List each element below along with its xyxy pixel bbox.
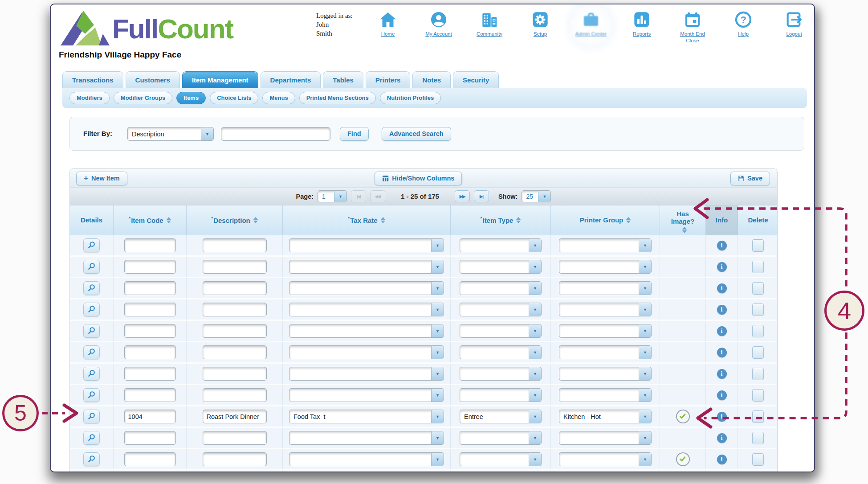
item-code-input[interactable] [124,260,176,274]
info-icon[interactable]: i [717,241,727,250]
info-icon[interactable]: i [717,390,727,400]
info-icon[interactable]: i [717,305,727,315]
info-icon[interactable]: i [717,262,727,272]
type-select[interactable]: ▼ [460,238,542,252]
pg-select[interactable]: ▼ [559,238,652,252]
tab-printers[interactable]: Printers [366,71,411,88]
description-input[interactable] [203,238,267,252]
info-icon[interactable]: i [717,412,727,422]
tax-select[interactable]: ▼ [289,260,444,274]
type-select[interactable]: ▼ [460,345,542,359]
column-header-item-code[interactable]: *Item Code [114,205,187,235]
nav-home[interactable]: Home [363,10,413,44]
row-details-button[interactable] [83,324,100,338]
pg-select[interactable]: ▼ [559,324,652,338]
item-code-input[interactable] [124,431,176,445]
type-select[interactable]: ▼ [460,260,542,274]
tax-select[interactable]: ▼ [289,238,444,252]
description-input[interactable] [203,260,267,274]
description-input[interactable] [203,410,267,423]
nav-community[interactable]: Community [464,10,515,44]
subtab-nutrition-profiles[interactable]: Nutrition Profiles [380,92,441,104]
page-select[interactable]: 1 ▼ [318,190,347,202]
row-details-button[interactable] [83,238,100,252]
row-details-button[interactable] [83,431,100,445]
hide-show-columns-button[interactable]: Hide/Show Columns [375,172,462,185]
column-header-tax-rate[interactable]: *Tax Rate [283,205,451,235]
item-code-input[interactable] [124,410,176,423]
info-icon[interactable]: i [717,433,727,443]
type-select[interactable]: ▼ [460,324,542,338]
description-input[interactable] [203,367,267,381]
nav-my-account[interactable]: My Account [413,10,464,44]
tax-select[interactable]: ▼ [289,431,444,445]
pg-select[interactable]: ▼ [559,367,652,381]
tab-security[interactable]: Security [453,71,499,88]
column-header-item-type[interactable]: *Item Type [451,205,551,235]
prev-page-button[interactable]: ◀◀ [370,190,385,202]
row-details-button[interactable] [83,345,100,359]
description-input[interactable] [203,452,267,466]
tab-notes[interactable]: Notes [412,71,451,88]
row-details-button[interactable] [83,367,100,381]
item-code-input[interactable] [124,345,176,359]
type-select[interactable]: ▼ [460,388,542,402]
delete-checkbox[interactable] [752,346,764,359]
tax-select[interactable]: ▼ [289,303,444,316]
delete-checkbox[interactable] [752,368,764,380]
pg-select[interactable]: ▼ [559,388,652,402]
nav-reports[interactable]: Reports [616,10,667,44]
tab-tables[interactable]: Tables [323,71,363,88]
type-select[interactable]: ▼ [460,452,542,466]
row-details-button[interactable] [83,260,100,274]
description-input[interactable] [203,281,267,295]
subtab-modifier-groups[interactable]: Modifier Groups [114,92,172,104]
advanced-search-button[interactable]: Advanced Search [382,127,451,141]
subtab-choice-lists[interactable]: Choice Lists [210,92,258,104]
pg-select[interactable]: ▼ [559,260,652,274]
tax-select[interactable]: ▼ [289,345,444,359]
first-page-button[interactable]: |◀ [351,190,366,202]
pg-select[interactable]: ▼ [559,345,652,359]
tax-select[interactable]: ▼ [289,324,444,338]
row-details-button[interactable] [83,303,100,316]
type-select[interactable]: Entree▼ [460,410,542,423]
info-icon[interactable]: i [717,326,727,336]
delete-checkbox[interactable] [752,304,764,316]
tax-select[interactable]: ▼ [289,388,444,402]
pg-select[interactable]: ▼ [559,431,652,445]
tax-select[interactable]: ▼ [289,281,444,295]
delete-checkbox[interactable] [752,410,764,423]
item-code-input[interactable] [124,324,176,338]
item-code-input[interactable] [124,281,176,295]
pg-select[interactable]: ▼ [559,303,652,316]
tab-customers[interactable]: Customers [126,71,180,88]
tax-select[interactable]: ▼ [289,452,444,466]
filter-search-input[interactable] [221,127,330,141]
nav-help[interactable]: ? Help [718,10,769,44]
filter-field-select[interactable]: Description ▼ [127,127,214,141]
nav-month-end-close[interactable]: Month End Close [667,10,718,44]
type-select[interactable]: ▼ [460,281,542,295]
new-item-button[interactable]: + New Item [76,172,127,185]
nav-setup[interactable]: Setup [515,10,566,44]
description-input[interactable] [203,388,267,402]
type-select[interactable]: ▼ [460,431,542,445]
column-header-description[interactable]: *Description [187,205,283,235]
column-header-has-image[interactable]: Has Image? [660,205,706,235]
info-icon[interactable]: i [717,348,727,357]
description-input[interactable] [203,431,267,445]
tab-transactions[interactable]: Transactions [62,71,123,88]
delete-checkbox[interactable] [752,325,764,337]
column-header-printer-group[interactable]: Printer Group [551,205,660,235]
last-page-button[interactable]: ▶| [474,190,489,202]
tax-select[interactable]: ▼ [289,367,444,381]
next-page-button[interactable]: ▶▶ [455,190,470,202]
type-select[interactable]: ▼ [460,303,542,316]
type-select[interactable]: ▼ [460,367,542,381]
tab-departments[interactable]: Departments [261,71,321,88]
description-input[interactable] [203,324,267,338]
item-code-input[interactable] [124,238,176,252]
tax-select[interactable]: Food Tax_t▼ [289,410,444,423]
delete-checkbox[interactable] [752,261,764,273]
